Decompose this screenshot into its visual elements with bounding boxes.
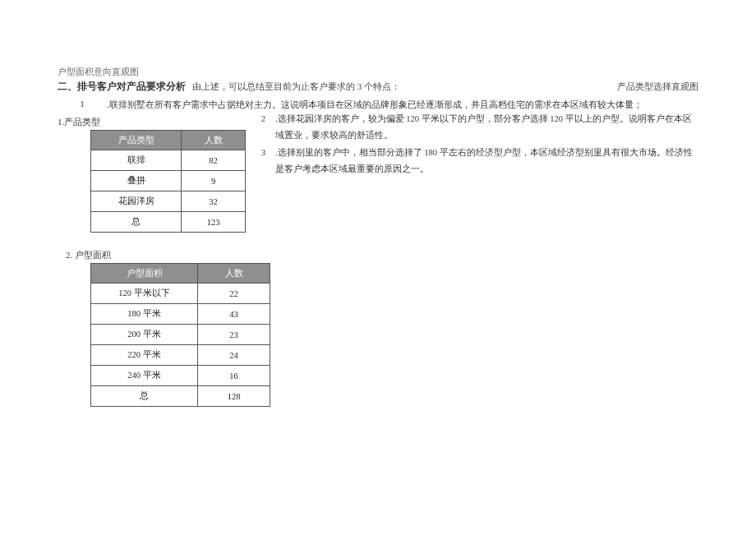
table-row: 240 平米 16 — [91, 366, 270, 386]
row-point-1: 1 .联排别墅在所有客户需求中占据绝对主力。这说明本项目在区域的品牌形象已经逐渐… — [58, 99, 698, 111]
row-point-2: 2 .选择花园洋房的客户，较为偏爱 120 平米以下的户型，部分客户选择 120… — [247, 111, 698, 144]
row-point-3: 3 .选择别里的客户中，相当部分选择了 180 平左右的经济型户型，本区域经济型… — [247, 145, 698, 178]
point-num-2: 2 — [247, 111, 275, 127]
sub1-label: 1.产品类型 — [58, 116, 100, 128]
point-text-1: .联排别墅在所有客户需求中占据绝对主力。这说明本项目在区域的品牌形象已经逐渐形成… — [107, 99, 698, 111]
table-row: 总 128 — [91, 386, 270, 407]
point-text-2: .选择花园洋房的客户，较为偏爱 120 平米以下的户型，部分客户选择 120 平… — [275, 111, 698, 144]
area-table: 户型面积 人数 120 平米以下 22 180 平米 43 200 平米 23 … — [90, 263, 270, 407]
product-type-table: 产品类型 人数 联排 82 叠拼 9 花园洋房 32 总 — [90, 130, 246, 233]
content-area: 1.产品类型 产品类型 人数 联排 82 叠拼 9 花园洋房 — [58, 111, 698, 244]
t2-header-1: 人数 — [198, 264, 270, 284]
section-header: 二、排号客户对产品要求分析 — [58, 80, 186, 94]
point-text-3: .选择别里的客户中，相当部分选择了 180 平左右的经济型户型，本区域经济型别里… — [275, 145, 698, 178]
table-row: 220 平米 24 — [91, 345, 270, 366]
t1-header-1: 人数 — [182, 131, 246, 150]
table-row: 180 平米 43 — [91, 304, 270, 325]
title-line: 户型面积意向直观图 — [58, 66, 698, 78]
sub2-label: 2. 户型面积 — [66, 249, 698, 261]
t2-header-0: 户型面积 — [91, 264, 198, 284]
point-num-1: 1 — [58, 99, 107, 108]
header-row: 二、排号客户对产品要求分析 由上述，可以总结至目前为止客户要求的 3 个特点： … — [58, 80, 698, 94]
point-num-3: 3 — [247, 145, 275, 161]
table-row: 200 平米 23 — [91, 325, 270, 345]
t1-header-0: 产品类型 — [91, 131, 182, 150]
table-row: 联排 82 — [91, 150, 246, 171]
table-row: 叠拼 9 — [91, 171, 246, 191]
intro-text: 由上述，可以总结至目前为止客户要求的 3 个特点： — [192, 81, 400, 93]
table-row: 花园洋房 32 — [91, 191, 246, 212]
left-column: 1.产品类型 产品类型 人数 联排 82 叠拼 9 花园洋房 — [58, 111, 246, 244]
right-label: 产品类型选择直观图 — [617, 81, 698, 93]
table-row: 总 123 — [91, 212, 246, 233]
right-column: 2 .选择花园洋房的客户，较为偏爱 120 平米以下的户型，部分客户选择 120… — [246, 111, 698, 244]
table-row: 120 平米以下 22 — [91, 284, 270, 304]
